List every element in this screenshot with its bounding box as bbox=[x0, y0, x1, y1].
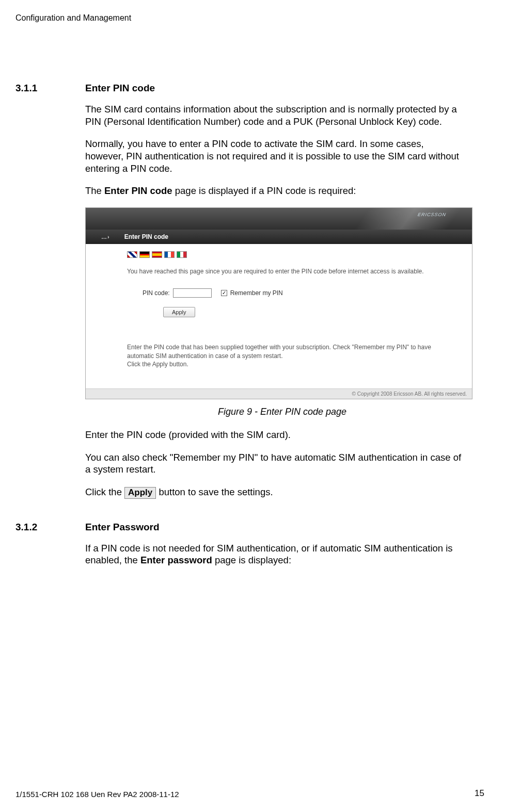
section-3-1-2-heading: 3.1.2 Enter Password bbox=[15, 522, 479, 533]
breadcrumb-title: Enter PIN code bbox=[124, 233, 168, 240]
footer-doc-id: 1/1551-CRH 102 168 Uen Rev PA2 2008-11-1… bbox=[15, 790, 179, 799]
help-text: Enter the PIN code that has been supplie… bbox=[127, 343, 451, 369]
paragraph: You can also check "Remember my PIN" to … bbox=[85, 451, 464, 476]
section-3-1-2-body: If a PIN code is not needed for SIM auth… bbox=[85, 542, 464, 566]
pin-label: PIN code: bbox=[143, 289, 170, 297]
paragraph: Normally, you have to enter a PIN code t… bbox=[85, 138, 464, 174]
flag-de-icon[interactable] bbox=[139, 251, 150, 258]
section-3-1-1-after-figure: Enter the PIN code (provided with the SI… bbox=[85, 429, 464, 499]
breadcrumb-arrow-icon: …› bbox=[101, 234, 110, 240]
section-number: 3.1.1 bbox=[15, 83, 85, 94]
button-row: Apply bbox=[163, 307, 451, 317]
running-header: Configuration and Management bbox=[15, 13, 131, 23]
pin-input[interactable] bbox=[173, 288, 212, 298]
flag-es-icon[interactable] bbox=[152, 251, 162, 258]
bold-text: Enter password bbox=[140, 555, 212, 565]
screenshot-header-bar: ERICSSON bbox=[86, 208, 472, 230]
help-line-1: Enter the PIN code that has been supplie… bbox=[127, 343, 451, 361]
header-stripe bbox=[344, 208, 466, 230]
help-line-2: Click the Apply button. bbox=[127, 360, 451, 369]
text: page is displayed: bbox=[212, 555, 291, 565]
paragraph: If a PIN code is not needed for SIM auth… bbox=[85, 542, 464, 566]
section-3-1-1-heading: 3.1.1 Enter PIN code bbox=[15, 83, 479, 94]
text: The bbox=[85, 185, 104, 196]
pin-form: PIN code: ✓ Remember my PIN Apply bbox=[143, 288, 451, 317]
paragraph: The SIM card contains information about … bbox=[85, 103, 464, 127]
remember-pin-checkbox[interactable]: ✓ bbox=[221, 290, 227, 296]
page-content: 3.1.1 Enter PIN code The SIM card contai… bbox=[15, 83, 479, 577]
intro-text: You have reached this page since you are… bbox=[127, 267, 451, 276]
section-title: Enter Password bbox=[85, 522, 160, 533]
figure-9: ERICSSON …› Enter PIN code You have reac… bbox=[85, 207, 479, 417]
language-flags bbox=[127, 251, 451, 258]
pin-row: PIN code: ✓ Remember my PIN bbox=[143, 288, 451, 298]
screenshot-enter-pin: ERICSSON …› Enter PIN code You have reac… bbox=[85, 207, 472, 399]
flag-uk-icon[interactable] bbox=[127, 251, 137, 258]
screenshot-body: You have reached this page since you are… bbox=[86, 244, 472, 388]
text: button to save the settings. bbox=[156, 486, 273, 497]
flag-fr-icon[interactable] bbox=[164, 251, 175, 258]
paragraph: The Enter PIN code page is displayed if … bbox=[85, 185, 464, 197]
section-title: Enter PIN code bbox=[85, 83, 155, 94]
footer-page-number: 15 bbox=[475, 788, 484, 799]
bold-text: Enter PIN code bbox=[104, 185, 172, 196]
ericsson-logo: ERICSSON bbox=[417, 212, 447, 217]
screenshot-copyright: © Copyright 2008 Ericsson AB. All rights… bbox=[86, 388, 472, 399]
text: Click the bbox=[85, 486, 124, 497]
section-number: 3.1.2 bbox=[15, 522, 85, 533]
figure-caption: Figure 9 - Enter PIN code page bbox=[85, 407, 479, 417]
flag-it-icon[interactable] bbox=[177, 251, 187, 258]
paragraph: Click the Apply button to save the setti… bbox=[85, 486, 464, 499]
apply-button-inline: Apply bbox=[124, 487, 156, 499]
text: page is displayed if a PIN code is requi… bbox=[172, 185, 356, 196]
breadcrumb-bar: …› Enter PIN code bbox=[86, 230, 472, 244]
spacer bbox=[15, 509, 479, 522]
remember-pin-label: Remember my PIN bbox=[230, 289, 283, 297]
paragraph: Enter the PIN code (provided with the SI… bbox=[85, 429, 464, 441]
section-3-1-1-body: The SIM card contains information about … bbox=[85, 103, 464, 197]
apply-button[interactable]: Apply bbox=[163, 307, 195, 317]
